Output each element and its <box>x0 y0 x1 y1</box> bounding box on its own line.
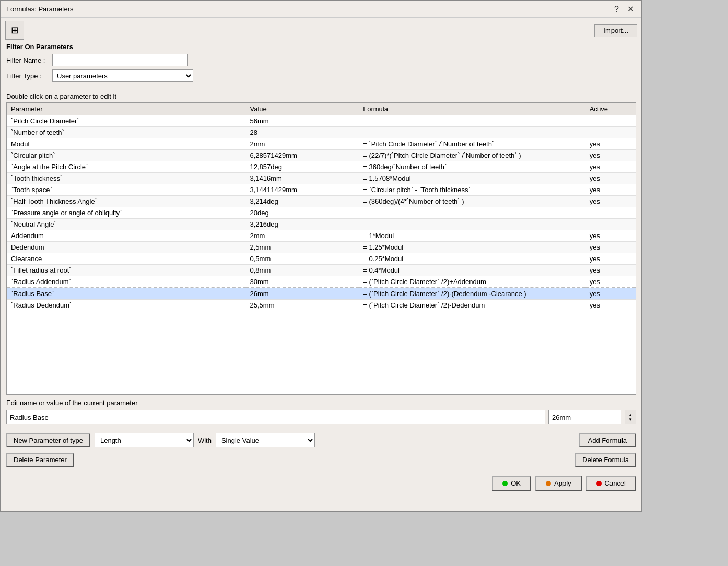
value-cell: 28 <box>246 127 359 138</box>
value-cell: 0,5mm <box>246 253 359 265</box>
filter-name-input[interactable] <box>52 54 188 66</box>
table-body: `Pitch Circle Diameter`56mm`Number of te… <box>7 115 636 311</box>
value-cell: 20deg <box>246 207 359 219</box>
param-cell: `Angle at the Pitch Circle` <box>7 161 246 173</box>
delete-row: Delete Parameter Delete Formula <box>6 453 636 467</box>
add-formula-button[interactable]: Add Formula <box>579 433 636 447</box>
param-cell: `Fillet radius at root` <box>7 265 246 276</box>
table-row[interactable]: Dedendum2,5mm= 1.25*Modulyes <box>7 242 636 253</box>
formula-cell: = (360deg)/(4*`Number of teeth` ) <box>359 196 585 207</box>
col-formula: Formula <box>359 103 585 115</box>
active-cell: yes <box>585 265 636 276</box>
table-row[interactable]: `Fillet radius at root`0,8mm= 0.4*Moduly… <box>7 265 636 276</box>
table-row[interactable]: `Radius Dedendum`25,5mm= (`Pitch Circle … <box>7 300 636 311</box>
table-row[interactable]: `Pitch Circle Diameter`56mm <box>7 115 636 127</box>
cancel-dot-icon <box>596 481 602 486</box>
edit-value-input[interactable] <box>548 410 621 424</box>
import-button[interactable]: Import... <box>594 24 637 37</box>
param-cell: `Half Tooth Thickness Angle` <box>7 196 246 207</box>
apply-button[interactable]: Apply <box>535 476 582 491</box>
edit-section: Edit name or value of the current parame… <box>1 395 641 429</box>
action-row: OK Apply Cancel <box>1 471 641 495</box>
parameters-table: Parameter Value Formula Active `Pitch Ci… <box>7 103 636 311</box>
new-param-with-select[interactable]: Single Value Formula <box>216 433 315 447</box>
formula-cell: = (22/7)*(`Pitch Circle Diameter` /`Numb… <box>359 150 585 161</box>
formula-cell: = (`Pitch Circle Diameter` /2)+Addendum <box>359 276 585 288</box>
formula-cell: = 0.25*Modul <box>359 253 585 265</box>
table-header-row: Parameter Value Formula Active <box>7 103 636 115</box>
title-bar: Formulas: Parameters ? ✕ <box>1 1 641 18</box>
table-row[interactable]: `Neutral Angle`3,216deg <box>7 219 636 230</box>
formula-cell: = 1.5708*Modul <box>359 173 585 184</box>
ok-button[interactable]: OK <box>492 476 531 491</box>
formula-cell <box>359 127 585 138</box>
table-row[interactable]: `Pressure angle or angle of obliquity`20… <box>7 207 636 219</box>
filter-type-row: Filter Type : User parameters All parame… <box>6 69 636 82</box>
formula-cell <box>359 115 585 127</box>
table-row[interactable]: `Radius Addendum`30mm= (`Pitch Circle Di… <box>7 276 636 288</box>
edit-name-input[interactable] <box>6 410 545 424</box>
filter-type-select[interactable]: User parameters All parameters Design pa… <box>52 69 193 82</box>
value-cell: 30mm <box>246 276 359 288</box>
table-row[interactable]: `Radius Base`26mm= (`Pitch Circle Diamet… <box>7 288 636 300</box>
filter-type-label: Filter Type : <box>6 72 48 80</box>
formula-cell: = 1*Modul <box>359 230 585 242</box>
cancel-label: Cancel <box>605 479 626 487</box>
formula-cell: = 0.4*Modul <box>359 265 585 276</box>
table-row[interactable]: Addendum2mm= 1*Modulyes <box>7 230 636 242</box>
formula-cell <box>359 207 585 219</box>
toolbar: ⊞ Import... <box>1 18 641 43</box>
spinner-up-icon: ▲ <box>628 412 632 417</box>
formula-cell: = `Pitch Circle Diameter` /`Number of te… <box>359 138 585 150</box>
table-row[interactable]: `Angle at the Pitch Circle`12,857deg= 36… <box>7 161 636 173</box>
table-row[interactable]: `Tooth space`3,14411429mm= `Circular pit… <box>7 184 636 196</box>
table-row[interactable]: `Tooth thickness`3,1416mm= 1.5708*Moduly… <box>7 173 636 184</box>
table-row[interactable]: `Half Tooth Thickness Angle`3,214deg= (3… <box>7 196 636 207</box>
table-row[interactable]: Modul2mm= `Pitch Circle Diameter` /`Numb… <box>7 138 636 150</box>
spinner-down-icon: ▼ <box>628 417 632 422</box>
formula-cell <box>359 219 585 230</box>
value-cell: 2mm <box>246 230 359 242</box>
dialog-title: Formulas: Parameters <box>6 5 74 13</box>
formula-cell: = 360deg/`Number of teeth` <box>359 161 585 173</box>
table-row[interactable]: `Number of teeth`28 <box>7 127 636 138</box>
edit-section-title: Edit name or value of the current parame… <box>6 399 636 407</box>
active-cell <box>585 219 636 230</box>
value-cell: 6,28571429mm <box>246 150 359 161</box>
active-cell: yes <box>585 242 636 253</box>
formula-cell: = `Circular pitch` - `Tooth thickness` <box>359 184 585 196</box>
value-cell: 2mm <box>246 138 359 150</box>
formula-cell: = (`Pitch Circle Diameter` /2)-(Dedendum… <box>359 288 585 300</box>
new-param-type-select[interactable]: Length Angle Integer Real String Boolean <box>95 433 194 447</box>
value-cell: 3,216deg <box>246 219 359 230</box>
title-bar-controls: ? ✕ <box>612 4 636 14</box>
delete-formula-button[interactable]: Delete Formula <box>575 453 636 467</box>
formula-cell: = 1.25*Modul <box>359 242 585 253</box>
delete-parameter-button[interactable]: Delete Parameter <box>6 453 74 467</box>
cancel-button[interactable]: Cancel <box>586 476 636 491</box>
toolbar-icon[interactable]: ⊞ <box>5 21 24 40</box>
close-button[interactable]: ✕ <box>625 4 636 14</box>
value-cell: 3,214deg <box>246 196 359 207</box>
formula-cell: = (`Pitch Circle Diameter` /2)-Dedendum <box>359 300 585 311</box>
spinner-button[interactable]: ▲ ▼ <box>625 410 636 424</box>
new-parameter-button[interactable]: New Parameter of type <box>6 433 90 447</box>
col-active: Active <box>585 103 636 115</box>
help-button[interactable]: ? <box>612 5 621 14</box>
ok-dot-icon <box>502 481 508 486</box>
active-cell: yes <box>585 161 636 173</box>
table-row[interactable]: Clearance0,5mm= 0.25*Modulyes <box>7 253 636 265</box>
param-cell: `Radius Base` <box>7 288 246 300</box>
parameters-table-area: Parameter Value Formula Active `Pitch Ci… <box>6 102 636 395</box>
table-row[interactable]: `Circular pitch`6,28571429mm= (22/7)*(`P… <box>7 150 636 161</box>
col-value: Value <box>246 103 359 115</box>
active-cell: yes <box>585 184 636 196</box>
param-cell: `Pitch Circle Diameter` <box>7 115 246 127</box>
col-parameter: Parameter <box>7 103 246 115</box>
value-cell: 2,5mm <box>246 242 359 253</box>
value-cell: 56mm <box>246 115 359 127</box>
filter-title: Filter On Parameters <box>6 43 636 51</box>
param-cell: `Neutral Angle` <box>7 219 246 230</box>
value-cell: 3,1416mm <box>246 173 359 184</box>
param-cell: `Circular pitch` <box>7 150 246 161</box>
